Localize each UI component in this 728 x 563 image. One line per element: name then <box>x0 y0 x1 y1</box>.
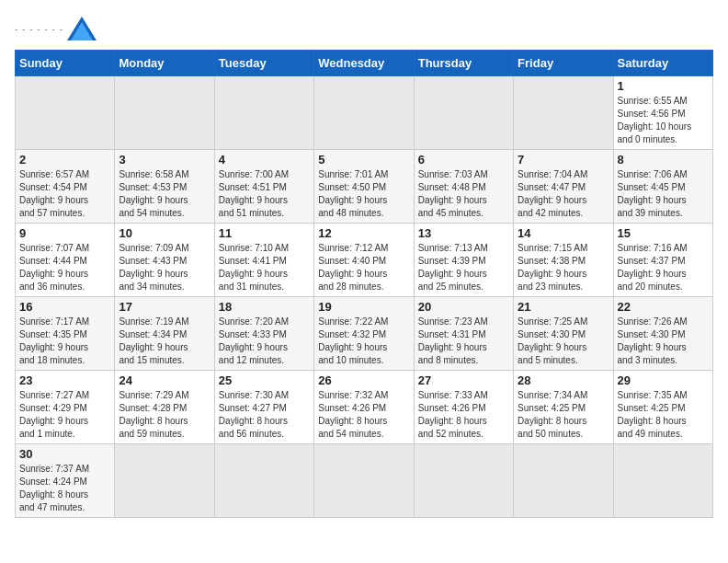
day-number: 8 <box>618 153 709 167</box>
calendar-cell: 19Sunrise: 7:22 AM Sunset: 4:32 PM Dayli… <box>314 297 414 371</box>
day-info: Sunrise: 7:30 AM Sunset: 4:27 PM Dayligh… <box>219 389 310 441</box>
day-number: 27 <box>418 373 509 387</box>
calendar-week-5: 23Sunrise: 7:27 AM Sunset: 4:29 PM Dayli… <box>16 371 713 444</box>
calendar-cell: 16Sunrise: 7:17 AM Sunset: 4:35 PM Dayli… <box>16 297 115 371</box>
day-info: Sunrise: 7:10 AM Sunset: 4:41 PM Dayligh… <box>219 242 310 293</box>
calendar-cell <box>16 76 115 150</box>
calendar-cell <box>214 444 313 518</box>
day-info: Sunrise: 7:19 AM Sunset: 4:34 PM Dayligh… <box>119 316 210 367</box>
day-number: 12 <box>318 226 409 240</box>
calendar-cell: 6Sunrise: 7:03 AM Sunset: 4:48 PM Daylig… <box>414 150 513 224</box>
day-number: 15 <box>618 226 709 240</box>
day-number: 11 <box>219 226 310 240</box>
day-info: Sunrise: 7:26 AM Sunset: 4:30 PM Dayligh… <box>618 316 709 367</box>
calendar-cell: 25Sunrise: 7:30 AM Sunset: 4:27 PM Dayli… <box>214 371 313 444</box>
day-info: Sunrise: 7:12 AM Sunset: 4:40 PM Dayligh… <box>318 242 409 293</box>
day-info: Sunrise: 6:55 AM Sunset: 4:56 PM Dayligh… <box>618 95 709 146</box>
calendar-cell: 10Sunrise: 7:09 AM Sunset: 4:43 PM Dayli… <box>115 224 214 297</box>
calendar-cell: 1Sunrise: 6:55 AM Sunset: 4:56 PM Daylig… <box>613 76 712 150</box>
day-number: 2 <box>19 153 110 167</box>
day-number: 25 <box>219 373 310 387</box>
day-info: Sunrise: 7:22 AM Sunset: 4:32 PM Dayligh… <box>318 316 409 367</box>
day-number: 29 <box>618 373 709 387</box>
calendar-cell: 29Sunrise: 7:35 AM Sunset: 4:25 PM Dayli… <box>613 371 712 444</box>
day-number: 24 <box>119 373 210 387</box>
calendar-cell: 13Sunrise: 7:13 AM Sunset: 4:39 PM Dayli… <box>414 224 513 297</box>
day-number: 9 <box>19 226 110 240</box>
day-info: Sunrise: 7:25 AM Sunset: 4:30 PM Dayligh… <box>518 316 609 367</box>
calendar-week-6: 30Sunrise: 7:37 AM Sunset: 4:24 PM Dayli… <box>16 444 713 518</box>
calendar-cell <box>115 76 214 150</box>
day-info: Sunrise: 7:06 AM Sunset: 4:45 PM Dayligh… <box>618 168 709 220</box>
calendar-week-2: 2Sunrise: 6:57 AM Sunset: 4:54 PM Daylig… <box>16 150 713 224</box>
calendar-cell <box>314 76 414 150</box>
calendar-cell: 18Sunrise: 7:20 AM Sunset: 4:33 PM Dayli… <box>214 297 313 371</box>
day-info: Sunrise: 7:07 AM Sunset: 4:44 PM Dayligh… <box>19 242 110 293</box>
calendar-cell: 23Sunrise: 7:27 AM Sunset: 4:29 PM Dayli… <box>16 371 115 444</box>
weekday-header-saturday: Saturday <box>613 51 712 76</box>
day-number: 4 <box>219 153 310 167</box>
day-info: Sunrise: 7:16 AM Sunset: 4:37 PM Dayligh… <box>618 242 709 293</box>
calendar-table: SundayMondayTuesdayWednesdayThursdayFrid… <box>15 50 713 518</box>
day-info: Sunrise: 7:17 AM Sunset: 4:35 PM Dayligh… <box>19 316 110 367</box>
calendar-cell: 12Sunrise: 7:12 AM Sunset: 4:40 PM Dayli… <box>314 224 414 297</box>
day-info: Sunrise: 7:09 AM Sunset: 4:43 PM Dayligh… <box>119 242 210 293</box>
calendar-cell: 22Sunrise: 7:26 AM Sunset: 4:30 PM Dayli… <box>613 297 712 371</box>
page-header: - - - - - - - <box>15 15 713 42</box>
calendar-cell: 26Sunrise: 7:32 AM Sunset: 4:26 PM Dayli… <box>314 371 414 444</box>
day-info: Sunrise: 7:27 AM Sunset: 4:29 PM Dayligh… <box>19 389 110 441</box>
day-number: 5 <box>318 153 409 167</box>
day-number: 3 <box>119 153 210 167</box>
calendar-cell: 21Sunrise: 7:25 AM Sunset: 4:30 PM Dayli… <box>514 297 613 371</box>
weekday-header-tuesday: Tuesday <box>214 51 313 76</box>
calendar-cell: 27Sunrise: 7:33 AM Sunset: 4:26 PM Dayli… <box>414 371 513 444</box>
calendar-cell <box>514 76 613 150</box>
weekday-header-wednesday: Wednesday <box>314 51 414 76</box>
calendar-cell: 14Sunrise: 7:15 AM Sunset: 4:38 PM Dayli… <box>514 224 613 297</box>
day-number: 23 <box>19 373 110 387</box>
calendar-week-3: 9Sunrise: 7:07 AM Sunset: 4:44 PM Daylig… <box>16 224 713 297</box>
calendar-cell: 7Sunrise: 7:04 AM Sunset: 4:47 PM Daylig… <box>514 150 613 224</box>
calendar-cell <box>414 444 513 518</box>
day-info: Sunrise: 7:13 AM Sunset: 4:39 PM Dayligh… <box>418 242 509 293</box>
calendar-week-1: 1Sunrise: 6:55 AM Sunset: 4:56 PM Daylig… <box>16 76 713 150</box>
day-number: 14 <box>518 226 609 240</box>
calendar-cell: 30Sunrise: 7:37 AM Sunset: 4:24 PM Dayli… <box>16 444 115 518</box>
calendar-cell <box>214 76 313 150</box>
weekday-header-sunday: Sunday <box>16 51 115 76</box>
calendar-body: 1Sunrise: 6:55 AM Sunset: 4:56 PM Daylig… <box>16 76 713 518</box>
day-info: Sunrise: 6:58 AM Sunset: 4:53 PM Dayligh… <box>119 168 210 220</box>
calendar-cell: 2Sunrise: 6:57 AM Sunset: 4:54 PM Daylig… <box>16 150 115 224</box>
day-info: Sunrise: 7:04 AM Sunset: 4:47 PM Dayligh… <box>518 168 609 220</box>
day-number: 10 <box>119 226 210 240</box>
calendar-cell: 28Sunrise: 7:34 AM Sunset: 4:25 PM Dayli… <box>514 371 613 444</box>
weekday-header-friday: Friday <box>514 51 613 76</box>
day-number: 18 <box>219 300 310 314</box>
calendar-cell: 3Sunrise: 6:58 AM Sunset: 4:53 PM Daylig… <box>115 150 214 224</box>
day-number: 26 <box>318 373 409 387</box>
day-number: 30 <box>19 447 110 461</box>
day-info: Sunrise: 7:29 AM Sunset: 4:28 PM Dayligh… <box>119 389 210 441</box>
day-info: Sunrise: 7:34 AM Sunset: 4:25 PM Dayligh… <box>518 389 609 441</box>
day-info: Sunrise: 7:15 AM Sunset: 4:38 PM Dayligh… <box>518 242 609 293</box>
day-info: Sunrise: 7:03 AM Sunset: 4:48 PM Dayligh… <box>418 168 509 220</box>
calendar-cell: 4Sunrise: 7:00 AM Sunset: 4:51 PM Daylig… <box>214 150 313 224</box>
logo-icon <box>65 15 98 42</box>
day-info: Sunrise: 7:37 AM Sunset: 4:24 PM Dayligh… <box>19 463 110 514</box>
day-info: Sunrise: 7:01 AM Sunset: 4:50 PM Dayligh… <box>318 168 409 220</box>
calendar-cell <box>514 444 613 518</box>
day-number: 13 <box>418 226 509 240</box>
weekday-row: SundayMondayTuesdayWednesdayThursdayFrid… <box>16 51 713 76</box>
day-number: 20 <box>418 300 509 314</box>
calendar-cell: 8Sunrise: 7:06 AM Sunset: 4:45 PM Daylig… <box>613 150 712 224</box>
day-number: 1 <box>618 79 709 93</box>
calendar-cell: 17Sunrise: 7:19 AM Sunset: 4:34 PM Dayli… <box>115 297 214 371</box>
day-number: 17 <box>119 300 210 314</box>
calendar-cell <box>115 444 214 518</box>
calendar-cell: 20Sunrise: 7:23 AM Sunset: 4:31 PM Dayli… <box>414 297 513 371</box>
day-info: Sunrise: 7:00 AM Sunset: 4:51 PM Dayligh… <box>219 168 310 220</box>
logo: - - - - - - - <box>15 15 98 42</box>
calendar-cell: 5Sunrise: 7:01 AM Sunset: 4:50 PM Daylig… <box>314 150 414 224</box>
day-info: Sunrise: 7:35 AM Sunset: 4:25 PM Dayligh… <box>618 389 709 441</box>
day-number: 7 <box>518 153 609 167</box>
